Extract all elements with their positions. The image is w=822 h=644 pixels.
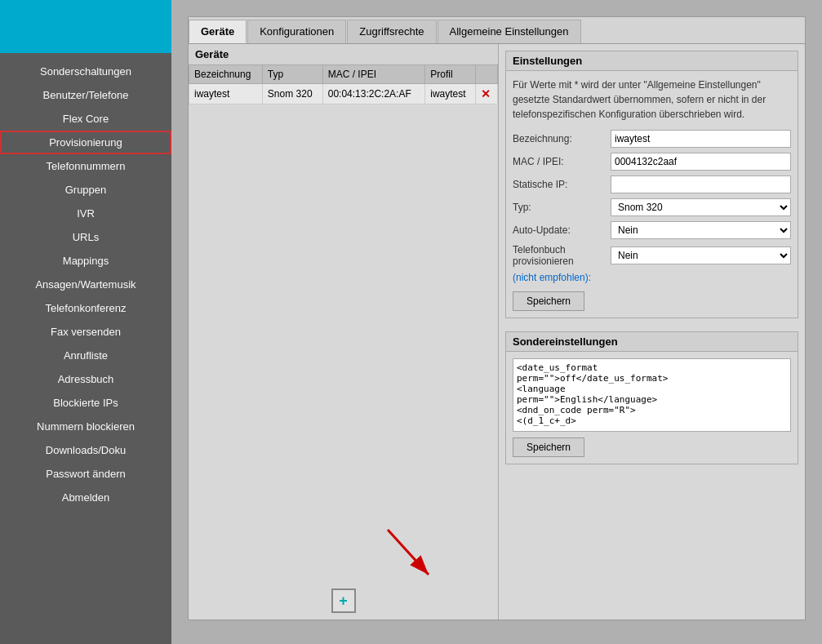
sidebar-item-telefonnummern[interactable]: Telefonnummern: [0, 154, 171, 178]
form-row-static-ip: Statische IP:: [513, 175, 791, 193]
label-telefonbuch: Telefonbuch provisionieren: [513, 244, 611, 267]
sidebar-item-fax[interactable]: Fax versenden: [0, 320, 171, 344]
sidebar-header: [0, 0, 171, 53]
sondereinstellungen-title: Sondereinstellungen: [506, 332, 798, 352]
save-button-einstellungen[interactable]: Speichern: [513, 291, 584, 311]
form-row-typ: Typ: Snom 320: [513, 198, 791, 216]
sidebar-item-urls[interactable]: URLs: [0, 225, 171, 249]
sidebar-item-passwort[interactable]: Passwort ändern: [0, 462, 171, 486]
select-telefonbuch[interactable]: Nein: [611, 246, 791, 264]
sidebar-item-telefonkonferenz[interactable]: Telefonkonferenz: [0, 296, 171, 320]
sondereinstellungen-textarea[interactable]: <date_us_format perm="">off</date_us_for…: [513, 358, 791, 432]
sidebar-item-benutzer[interactable]: Benutzer/Telefone: [0, 83, 171, 107]
form-row-mac: MAC / IPEI:: [513, 153, 791, 171]
device-table: Bezeichnung Typ MAC / IPEI Profil iwayte…: [189, 64, 498, 104]
sidebar-item-blockierte-ips[interactable]: Blockierte IPs: [0, 391, 171, 415]
cell-delete[interactable]: ✕: [475, 84, 497, 104]
einstellungen-title: Einstellungen: [506, 51, 798, 71]
tab-geraete[interactable]: Geräte: [189, 20, 247, 43]
col-bezeichnung: Bezeichnung: [189, 65, 263, 84]
label-static-ip: Statische IP:: [513, 179, 611, 190]
tab-bar: Geräte Konfigurationen Zugriffsrechte Al…: [189, 17, 805, 44]
sidebar: Sonderschaltungen Benutzer/Telefone Flex…: [0, 0, 171, 644]
add-btn-area: +: [189, 571, 498, 620]
save-button-sondereinstellungen[interactable]: Speichern: [513, 437, 584, 457]
label-auto-update: Auto-Update:: [513, 224, 611, 236]
tab-konfigurationen[interactable]: Konfigurationen: [247, 20, 346, 43]
add-device-button[interactable]: +: [331, 588, 356, 613]
tab-zugriffsrechte[interactable]: Zugriffsrechte: [347, 20, 436, 43]
select-typ[interactable]: Snom 320: [611, 198, 791, 216]
sidebar-item-flex-core[interactable]: Flex Core: [0, 107, 171, 131]
cell-typ: Snom 320: [262, 84, 322, 104]
col-mac: MAC / IPEI: [322, 65, 425, 84]
sidebar-item-abmelden[interactable]: Abmelden: [0, 486, 171, 509]
settings-panel: Einstellungen Für Werte mit * wird der u…: [499, 44, 805, 620]
sidebar-item-adressbuch[interactable]: Adressbuch: [0, 367, 171, 391]
input-bezeichnung[interactable]: [611, 130, 791, 148]
tab-container: Geräte Konfigurationen Zugriffsrechte Al…: [188, 16, 806, 620]
link-nicht-empfohlen[interactable]: (nicht empfohlen):: [513, 272, 791, 283]
geraete-panel: Geräte Bezeichnung Typ MAC / IPEI Profil: [189, 44, 499, 620]
label-bezeichnung: Bezeichnung:: [513, 133, 611, 144]
sidebar-item-mappings[interactable]: Mappings: [0, 249, 171, 273]
sidebar-item-gruppen[interactable]: Gruppen: [0, 178, 171, 202]
col-typ: Typ: [262, 65, 322, 84]
sidebar-item-provisionierung[interactable]: Provisionierung: [0, 131, 171, 154]
einstellungen-info: Für Werte mit * wird der unter "Allgemei…: [513, 78, 791, 122]
tab-content: Geräte Bezeichnung Typ MAC / IPEI Profil: [189, 44, 805, 620]
sidebar-item-ivr[interactable]: IVR: [0, 202, 171, 225]
label-mac: MAC / IPEI:: [513, 156, 611, 167]
einstellungen-section: Einstellungen Für Werte mit * wird der u…: [505, 51, 798, 318]
input-mac[interactable]: [611, 153, 791, 171]
table-row: iwaytest Snom 320 00:04:13:2C:2A:AF iway…: [189, 84, 498, 104]
einstellungen-body: Für Werte mit * wird der unter "Allgemei…: [506, 71, 798, 318]
sidebar-item-anrufliste[interactable]: Anrufliste: [0, 344, 171, 367]
cell-bezeichnung: iwaytest: [189, 84, 263, 104]
cell-profil: iwaytest: [425, 84, 475, 104]
sidebar-item-ansagen[interactable]: Ansagen/Wartemusik: [0, 273, 171, 296]
form-row-auto-update: Auto-Update: Nein: [513, 221, 791, 239]
tab-allgemeine-einstellungen[interactable]: Allgemeine Einstellungen: [438, 20, 581, 43]
col-profil: Profil: [425, 65, 475, 84]
select-auto-update[interactable]: Nein: [611, 221, 791, 239]
sidebar-item-sonderschaltungen[interactable]: Sonderschaltungen: [0, 60, 171, 83]
main-content: Geräte Konfigurationen Zugriffsrechte Al…: [171, 0, 822, 644]
delete-icon[interactable]: ✕: [481, 87, 491, 100]
label-typ: Typ:: [513, 202, 611, 213]
sidebar-nav: Sonderschaltungen Benutzer/Telefone Flex…: [0, 53, 171, 509]
form-row-telefonbuch: Telefonbuch provisionieren Nein: [513, 244, 791, 267]
sidebar-item-nummern-blockieren[interactable]: Nummern blockieren: [0, 415, 171, 438]
sondereinstellungen-body: <date_us_format perm="">off</date_us_for…: [506, 352, 798, 464]
sidebar-item-downloads[interactable]: Downloads/Doku: [0, 438, 171, 462]
sondereinstellungen-section: Sondereinstellungen <date_us_format perm…: [505, 331, 798, 464]
col-action: [475, 65, 497, 84]
input-static-ip[interactable]: [611, 175, 791, 193]
form-row-bezeichnung: Bezeichnung:: [513, 130, 791, 148]
cell-mac: 00:04:13:2C:2A:AF: [322, 84, 425, 104]
geraete-panel-title: Geräte: [189, 44, 498, 64]
